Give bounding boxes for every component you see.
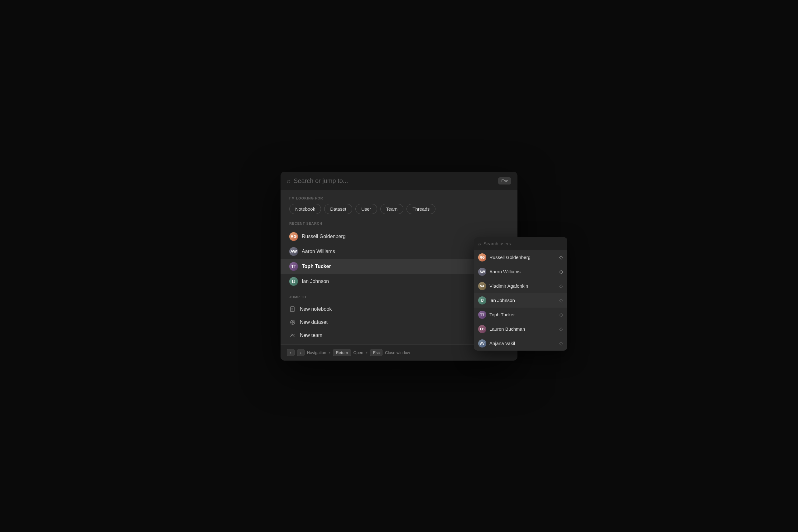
chip-user[interactable]: User xyxy=(355,204,377,214)
pin-icon-aw[interactable]: ◇ xyxy=(559,269,563,274)
looking-for-label: I'M LOOKING FOR xyxy=(281,196,517,200)
avatar-tt: TT xyxy=(289,262,298,271)
user-name-aw: Aaron Williams xyxy=(489,269,520,274)
chip-team[interactable]: Team xyxy=(380,204,404,214)
jump-new-dataset-label: New dataset xyxy=(300,320,328,325)
pin-icon-va[interactable]: ◇ xyxy=(559,283,563,289)
user-avatar-rg: RG xyxy=(478,253,486,262)
user-avatar-aw: AW xyxy=(478,268,486,276)
user-item-va[interactable]: VA Vladimir Agafonkin ◇ xyxy=(474,279,567,293)
user-avatar-va: VA xyxy=(478,282,486,290)
user-item-tt[interactable]: TT Toph Tucker ◇ xyxy=(474,308,567,322)
pin-icon-lb[interactable]: ◇ xyxy=(559,326,563,332)
pin-icon-tt[interactable]: ◇ xyxy=(559,312,563,318)
pin-icon-ij[interactable]: ◇ xyxy=(559,297,563,303)
user-avatar-ij: IJ xyxy=(478,297,486,304)
svg-point-8 xyxy=(291,334,293,335)
user-name-rg: Russell Goldenberg xyxy=(489,254,531,260)
open-label: Open xyxy=(354,350,363,355)
user-item-ij[interactable]: IJ Ian Johnson ◇ xyxy=(474,293,567,308)
search-input[interactable] xyxy=(293,177,495,185)
search-icon: ⌕ xyxy=(287,177,290,185)
user-panel: ⌕ RG Russell Goldenberg ◇ AW Aaron Willi… xyxy=(474,237,567,350)
user-avatar-lb: LB xyxy=(478,325,486,333)
user-avatar-tt: TT xyxy=(478,311,486,319)
recent-name-rg: Russell Goldenberg xyxy=(302,234,346,239)
user-name-lb: Lauren Buchman xyxy=(489,326,525,331)
esc-badge[interactable]: Esc xyxy=(498,177,511,185)
avatar-rg: RG xyxy=(289,232,298,241)
pin-icon-anv[interactable]: ◇ xyxy=(559,340,563,346)
avatar-ij: IJ xyxy=(289,277,298,286)
user-name-tt: Toph Tucker xyxy=(489,312,515,317)
avatar-aw: AW xyxy=(289,247,298,256)
esc-key: Esc xyxy=(370,349,382,356)
jump-new-notebook-label: New notebook xyxy=(300,306,332,312)
user-search-bar: ⌕ xyxy=(474,237,567,250)
user-search-input[interactable] xyxy=(483,241,563,246)
team-icon xyxy=(289,332,296,339)
notebook-icon xyxy=(289,306,296,312)
user-name-va: Vladimir Agafonkin xyxy=(489,283,528,289)
user-item-aw[interactable]: AW Aaron Williams ◇ xyxy=(474,265,567,279)
looking-for-section: I'M LOOKING FOR Notebook Dataset User Te… xyxy=(281,196,517,214)
user-item-rg[interactable]: RG Russell Goldenberg ◇ xyxy=(474,250,567,265)
user-avatar-anv: AV xyxy=(478,339,486,347)
return-key: Return xyxy=(333,349,351,356)
dataset-icon xyxy=(289,319,296,326)
recent-name-aw: Aaron Williams xyxy=(302,249,335,254)
arrow-up-key: ↑ xyxy=(287,349,294,356)
navigation-label: Navigation xyxy=(307,350,326,355)
jump-new-team-label: New team xyxy=(300,332,322,338)
recent-search-label: RECENT SEARCH xyxy=(281,222,517,225)
user-item-anv[interactable]: AV Anjana Vakil ◇ xyxy=(474,336,567,350)
search-bar: ⌕ Esc xyxy=(281,172,517,190)
user-name-anv: Anjana Vakil xyxy=(489,341,515,346)
pin-icon-rg[interactable]: ◇ xyxy=(559,254,563,260)
filter-chips: Notebook Dataset User Team Threads xyxy=(281,204,517,214)
recent-name-ij: Ian Johnson xyxy=(302,279,329,284)
chip-threads[interactable]: Threads xyxy=(406,204,435,214)
recent-name-tt: Toph Tucker xyxy=(302,264,331,269)
user-item-lb[interactable]: LB Lauren Buchman ◇ xyxy=(474,322,567,336)
chip-dataset[interactable]: Dataset xyxy=(324,204,352,214)
user-name-ij: Ian Johnson xyxy=(489,298,515,303)
close-label: Close window xyxy=(385,350,410,355)
overlay: ⌕ Esc I'M LOOKING FOR Notebook Dataset U… xyxy=(0,0,798,532)
user-search-icon: ⌕ xyxy=(478,241,481,246)
svg-point-9 xyxy=(293,334,294,335)
arrow-down-key: ↓ xyxy=(297,349,305,356)
search-modal: ⌕ Esc I'M LOOKING FOR Notebook Dataset U… xyxy=(281,172,517,361)
chip-notebook[interactable]: Notebook xyxy=(289,204,321,214)
